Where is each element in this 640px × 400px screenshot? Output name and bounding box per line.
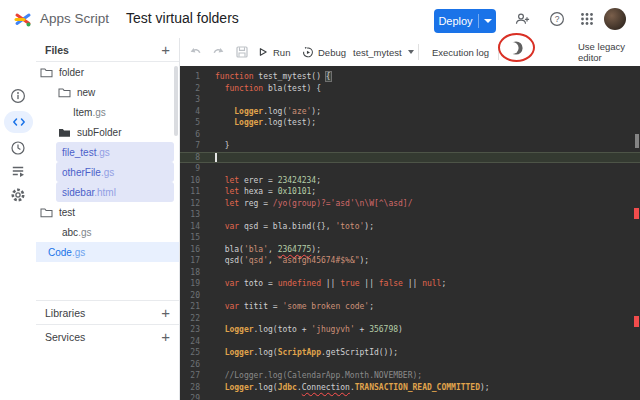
code-line[interactable]: 16 bla('bla', 2364775); — [180, 244, 640, 256]
code-line[interactable]: 3 — [180, 94, 640, 106]
dark-mode-moon-icon[interactable] — [508, 40, 524, 56]
files-panel: Files + foldernewItem.gssubFolderfile_te… — [36, 38, 180, 400]
files-scrollbar[interactable] — [174, 66, 178, 136]
run-play-icon — [256, 45, 270, 59]
file-tree-item[interactable]: Item.gs — [36, 102, 179, 122]
toolbar-divider — [418, 44, 419, 60]
add-collaborator-icon[interactable] — [514, 11, 530, 27]
user-avatar[interactable] — [604, 8, 626, 30]
add-service-button[interactable]: + — [161, 329, 170, 344]
line-number: 15 — [180, 232, 200, 244]
code-line[interactable]: 5 Logger.log(test); — [180, 117, 640, 129]
code-line[interactable]: 9 — [180, 163, 640, 175]
code-editor[interactable]: 1function test_mytest() {2 function bla(… — [180, 66, 640, 400]
run-label: Run — [273, 47, 290, 58]
code-line[interactable]: 7 } — [180, 140, 640, 152]
file-label: folder — [59, 67, 84, 78]
apps-grid-icon[interactable] — [579, 11, 595, 27]
folder-icon — [40, 207, 53, 218]
code-editor-icon — [11, 114, 27, 130]
file-tree-item[interactable]: file_test.gs — [56, 142, 174, 162]
nav-rail — [0, 38, 37, 400]
code-line[interactable]: 11 let hexa = 0x10101; — [180, 186, 640, 198]
editor-scrollbar-thumb[interactable] — [635, 134, 639, 148]
code-line[interactable]: 12 let reg = /yo(group)?='asd'\n\W[^\asd… — [180, 198, 640, 210]
services-section[interactable]: Services + — [36, 324, 179, 348]
file-label: new — [77, 87, 95, 98]
settings-gear-icon[interactable] — [10, 187, 26, 203]
file-label: sidebar.html — [62, 187, 116, 198]
file-extension: .gs — [96, 147, 109, 158]
line-number: 12 — [180, 198, 200, 210]
code-line[interactable]: 1function test_mytest() { — [180, 71, 640, 83]
files-header: Files + — [36, 38, 179, 62]
deploy-label: Deploy — [438, 15, 472, 27]
line-number: 7 — [180, 140, 200, 152]
use-legacy-editor-button[interactable]: Use legacy editor — [578, 38, 640, 66]
file-tree-item[interactable]: abc.gs — [36, 222, 179, 242]
code-line[interactable]: 18 — [180, 267, 640, 279]
execution-log-button[interactable]: Execution log — [432, 38, 489, 66]
file-tree-item[interactable]: Code.gs — [36, 242, 179, 262]
save-icon[interactable] — [234, 44, 250, 60]
file-tree-item[interactable]: subFolder — [36, 122, 179, 142]
deploy-divider — [478, 14, 479, 28]
undo-icon[interactable] — [188, 44, 204, 60]
project-title[interactable]: Test virtual folders — [126, 10, 239, 26]
line-number: 16 — [180, 244, 200, 256]
add-library-button[interactable]: + — [161, 305, 170, 320]
code-line[interactable]: 28 Logger.log(Jdbc.Connection.TRANSACTIO… — [180, 382, 640, 394]
file-extension: .gs — [101, 167, 114, 178]
overview-info-icon[interactable] — [10, 88, 26, 104]
code-line[interactable]: 22 — [180, 313, 640, 325]
code-line[interactable]: 26 — [180, 359, 640, 371]
debug-button[interactable]: Debug — [301, 38, 346, 66]
help-icon[interactable]: ? — [549, 11, 565, 27]
code-line[interactable]: 29 — [180, 393, 640, 400]
code-line[interactable]: 6 — [180, 129, 640, 141]
execution-log-label: Execution log — [432, 47, 489, 58]
code-line[interactable]: 20 — [180, 290, 640, 302]
file-label: test — [59, 207, 75, 218]
code-line[interactable]: 21 var titit = 'some broken code'; — [180, 301, 640, 313]
deploy-button[interactable]: Deploy — [434, 9, 496, 33]
add-file-button[interactable]: + — [161, 42, 170, 57]
code-line[interactable]: 2 function bla(test) { — [180, 83, 640, 95]
code-line[interactable]: 25 Logger.log(ScriptApp.getScriptId()); — [180, 347, 640, 359]
code-line[interactable]: 8 — [180, 152, 640, 164]
code-line[interactable]: 4 Logger.log('aze'); — [180, 106, 640, 118]
line-number: 10 — [180, 175, 200, 187]
code-line[interactable]: 19 var toto = undefined || true || false… — [180, 278, 640, 290]
run-button[interactable]: Run — [256, 38, 290, 66]
editor-nav-active-pill[interactable] — [4, 111, 33, 133]
line-number: 29 — [180, 393, 200, 400]
triggers-clock-icon[interactable] — [10, 140, 26, 156]
function-selector-label: test_mytest — [353, 47, 402, 58]
file-tree-item[interactable]: otherFile.gs — [56, 162, 174, 182]
apps-script-ide: Apps Script Test virtual folders Deploy … — [0, 0, 640, 400]
legacy-editor-label: Use legacy editor — [578, 41, 640, 63]
code-line[interactable]: 27 //Logger.log(CalendarApp.Month.NOVEMB… — [180, 370, 640, 382]
error-marker — [634, 316, 639, 327]
libraries-section[interactable]: Libraries + — [36, 300, 179, 324]
function-selector[interactable]: test_mytest — [353, 38, 414, 66]
code-line[interactable]: 14 var qsd = bla.bind({}, 'toto'); — [180, 221, 640, 233]
line-number: 5 — [180, 117, 200, 129]
line-number: 19 — [180, 278, 200, 290]
code-line[interactable]: 24 — [180, 336, 640, 348]
file-tree-item[interactable]: new — [36, 82, 179, 102]
file-tree-item[interactable]: test — [36, 202, 179, 222]
file-tree-item[interactable]: folder — [36, 62, 179, 82]
line-number: 22 — [180, 313, 200, 325]
code-line[interactable]: 17 qsd('qsd', "asdfgh45674#$%&"); — [180, 255, 640, 267]
code-line[interactable]: 10 let erer = 23424234; — [180, 175, 640, 187]
code-line[interactable]: 23 Logger.log(toto + 'jhugyvh' + 356798) — [180, 324, 640, 336]
code-line[interactable]: 13 — [180, 209, 640, 221]
executions-list-icon[interactable] — [10, 163, 26, 179]
file-tree-item[interactable]: sidebar.html — [56, 182, 174, 202]
file-extension: .gs — [78, 227, 91, 238]
redo-icon[interactable] — [210, 44, 226, 60]
file-label: subFolder — [77, 127, 121, 138]
file-extension: .gs — [92, 107, 105, 118]
code-line[interactable]: 15 — [180, 232, 640, 244]
